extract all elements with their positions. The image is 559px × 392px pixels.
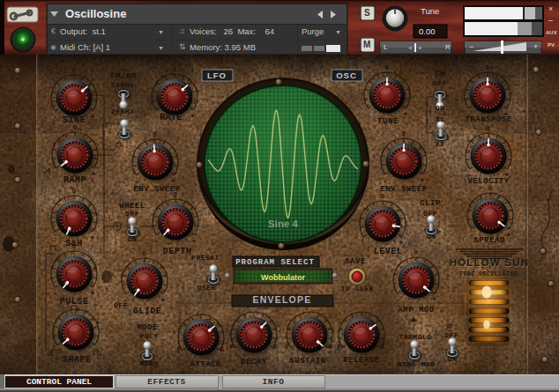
svg-text:TUBE OSCILLATOR: TUBE OSCILLATOR <box>459 271 518 277</box>
svg-text:ENVELOPE: ENVELOPE <box>253 294 312 305</box>
svg-text:HOLLOW SUN: HOLLOW SUN <box>450 257 530 268</box>
svg-text:PROGRAM SELECT: PROGRAM SELECT <box>235 258 315 267</box>
svg-text:OSC: OSC <box>336 70 357 80</box>
svg-text:LFO: LFO <box>207 70 227 80</box>
svg-text:Sine 4: Sine 4 <box>268 218 298 229</box>
svg-text:Wobbulator: Wobbulator <box>261 273 305 282</box>
